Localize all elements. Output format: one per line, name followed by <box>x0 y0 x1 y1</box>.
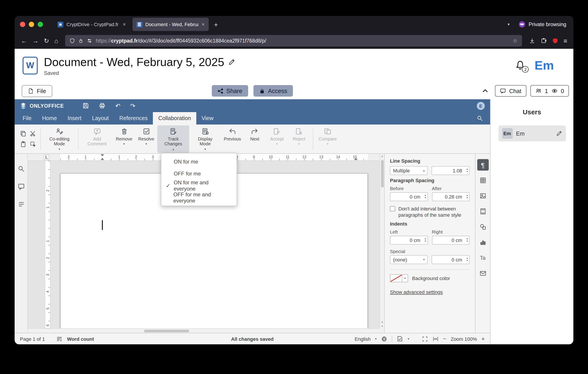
close-tab-icon[interactable]: × <box>123 22 126 27</box>
url-bar[interactable]: https://cryptpad.fr/doc/#/3/doc/edit/ff0… <box>65 35 522 46</box>
copy-icon[interactable] <box>20 130 26 137</box>
download-icon[interactable] <box>529 37 535 44</box>
word-count-button[interactable]: Word count <box>67 336 94 342</box>
select-icon[interactable] <box>30 141 36 147</box>
remove-comment-button[interactable]: Remove ▾ <box>113 125 135 153</box>
spin-down-icon[interactable]: ▾ <box>467 170 468 173</box>
spin-down-icon[interactable]: ▾ <box>425 239 426 242</box>
fit-page-icon[interactable] <box>422 336 428 342</box>
tab-home[interactable]: Home <box>37 112 62 125</box>
spin-down-icon[interactable]: ▾ <box>425 196 426 199</box>
user-avatar[interactable]: Em <box>535 59 554 73</box>
language-select[interactable]: English <box>355 336 371 342</box>
image-settings-tab[interactable] <box>477 190 489 202</box>
add-comment-button[interactable]: Add Comment <box>81 125 113 153</box>
header-footer-settings-tab[interactable] <box>477 206 489 217</box>
chevron-down-icon[interactable]: ▾ <box>408 337 409 340</box>
special-select[interactable]: (none) ▾ <box>390 255 428 264</box>
reject-change-button[interactable]: Reject ▾ <box>288 125 310 153</box>
previous-change-button[interactable]: Previous <box>221 125 244 153</box>
lock-icon[interactable] <box>78 38 83 43</box>
paragraph-settings-tab[interactable]: ¶ <box>477 159 489 171</box>
accept-change-button[interactable]: Accept ▾ <box>266 125 288 153</box>
chevron-down-icon[interactable]: ▾ <box>404 277 406 280</box>
tab-document[interactable]: Document - Wed, February 5, 2 × <box>133 18 209 31</box>
collapse-toolbar-button[interactable] <box>479 85 491 97</box>
menu-item-on-for-everyone[interactable]: ✓ ON for me and everyone <box>161 179 237 191</box>
spin-up-icon[interactable]: ▴ <box>425 237 426 239</box>
tab-references[interactable]: References <box>114 112 153 125</box>
line-spacing-spinner[interactable]: 1.08 ▴▾ <box>432 166 470 175</box>
spacing-before-spinner[interactable]: 0 cm ▴▾ <box>390 192 428 201</box>
zoom-level[interactable]: Zoom 100% <box>451 336 477 342</box>
list-tabs-chevron-icon[interactable]: ▾ <box>508 22 510 26</box>
next-change-button[interactable]: Next <box>244 125 266 153</box>
search-icon[interactable] <box>477 115 483 121</box>
display-mode-button[interactable]: Display Mode ▾ <box>189 125 221 153</box>
undo-icon[interactable]: ↶ <box>115 103 120 109</box>
next-page-icon[interactable]: ▾ <box>381 324 383 328</box>
shape-settings-tab[interactable] <box>477 221 489 233</box>
special-spinner[interactable]: 0 cm ▴▾ <box>432 255 470 264</box>
indent-right-spinner[interactable]: 0 cm ▴▾ <box>432 236 470 244</box>
horizontal-scrollbar[interactable] <box>28 328 380 333</box>
zoom-window-button[interactable] <box>38 22 43 27</box>
permissions-icon[interactable] <box>87 38 92 43</box>
page-title[interactable]: Document - Wed, February 5, 2025 <box>44 55 224 69</box>
spin-up-icon[interactable]: ▴ <box>425 194 426 196</box>
extensions-icon[interactable] <box>541 37 547 44</box>
menu-item-off-for-everyone[interactable]: OFF for me and everyone <box>161 191 237 203</box>
tab-layout[interactable]: Layout <box>87 112 114 125</box>
spin-up-icon[interactable]: ▴ <box>467 167 468 170</box>
spin-up-icon[interactable]: ▴ <box>467 194 468 196</box>
interval-checkbox[interactable] <box>390 206 395 211</box>
tab-stop-selector[interactable]: L <box>44 155 49 160</box>
spin-down-icon[interactable]: ▾ <box>467 259 468 262</box>
spacing-after-spinner[interactable]: 0.28 cm ▴▾ <box>432 192 470 201</box>
document-language-globe-icon[interactable] <box>381 336 387 342</box>
table-settings-tab[interactable] <box>477 175 489 186</box>
menu-item-off-for-me[interactable]: OFF for me <box>161 167 237 179</box>
chat-button[interactable]: Chat <box>495 85 526 97</box>
close-tab-icon[interactable]: × <box>202 22 205 27</box>
reload-icon[interactable]: ↻ <box>44 37 49 44</box>
presence-box[interactable]: 1 0 <box>530 85 569 97</box>
mail-merge-tab[interactable] <box>477 268 489 279</box>
new-tab-button[interactable]: + <box>214 21 218 28</box>
track-changes-button[interactable]: Track Changes ▴ <box>157 125 189 153</box>
spin-up-icon[interactable]: ▴ <box>467 256 468 259</box>
chevron-down-icon[interactable]: ▾ <box>375 337 377 340</box>
notifications-bell-icon[interactable]: 2 <box>515 60 527 71</box>
spell-check-icon[interactable] <box>397 335 403 342</box>
tab-insert[interactable]: Insert <box>62 112 87 125</box>
tab-view[interactable]: View <box>196 112 219 125</box>
compare-button[interactable]: Compare ▾ <box>316 125 339 153</box>
tab-file[interactable]: File <box>17 112 37 125</box>
tab-cryptdrive[interactable]: CryptDrive - CryptPad.fr × <box>54 18 130 31</box>
menu-item-on-for-me[interactable]: ON for me <box>161 156 237 167</box>
spin-down-icon[interactable]: ▾ <box>467 196 468 199</box>
page-indicator[interactable]: Page 1 of 1 <box>20 336 45 342</box>
back-icon[interactable]: ← <box>21 37 27 44</box>
access-button[interactable]: Access <box>253 85 293 97</box>
right-indent-marker[interactable] <box>354 158 357 160</box>
navigation-headings-icon[interactable] <box>18 201 25 208</box>
spin-down-icon[interactable]: ▾ <box>467 239 468 242</box>
share-button[interactable]: Share <box>211 85 248 97</box>
line-spacing-select[interactable]: Multiple ▾ <box>390 166 428 175</box>
paste-icon[interactable] <box>20 141 26 147</box>
tracking-shield-icon[interactable] <box>70 38 75 43</box>
ublock-icon[interactable] <box>552 37 558 44</box>
tab-collaboration[interactable]: Collaboration <box>153 112 196 125</box>
user-list-item[interactable]: Em Em <box>498 125 566 141</box>
coediting-mode-button[interactable]: Co-editing Mode ▾ <box>43 125 75 153</box>
chart-settings-tab[interactable] <box>477 237 489 248</box>
spin-up-icon[interactable]: ▴ <box>467 237 468 239</box>
edit-title-pencil-icon[interactable] <box>228 59 235 66</box>
minimize-window-button[interactable] <box>29 22 34 27</box>
print-icon[interactable] <box>99 102 105 109</box>
find-icon[interactable] <box>18 165 25 172</box>
save-icon[interactable] <box>83 102 89 109</box>
edit-name-pencil-icon[interactable] <box>556 130 562 136</box>
first-line-indent-marker[interactable] <box>101 154 104 156</box>
